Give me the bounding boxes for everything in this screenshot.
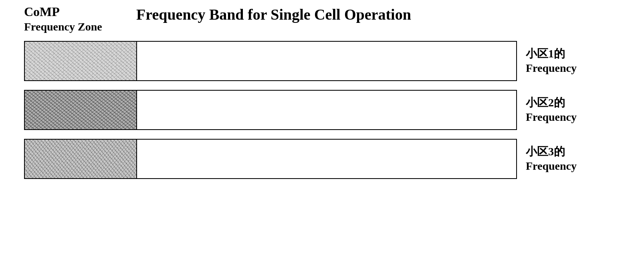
label-en-3: Frequency xyxy=(526,159,577,173)
label-cn-1: 小区1的 xyxy=(526,47,565,61)
bar-label-1: 小区1的 Frequency xyxy=(526,47,577,76)
comp-title: CoMP xyxy=(24,4,112,19)
bar-row-3: 小区3的 Frequency xyxy=(24,139,644,179)
main-title: Frequency Band for Single Cell Operation xyxy=(136,6,411,23)
bar-hatched-3 xyxy=(25,140,137,178)
label-cn-3: 小区3的 xyxy=(526,144,565,159)
bar-wrapper-1 xyxy=(24,41,517,81)
bars-area: 小区1的 Frequency 小区2的 Frequency 小区3的 Frequ… xyxy=(0,34,644,179)
bar-label-3: 小区3的 Frequency xyxy=(526,144,577,174)
right-header: Frequency Band for Single Cell Operation xyxy=(112,4,411,23)
bar-hatched-1 xyxy=(25,42,137,80)
bar-label-2: 小区2的 Frequency xyxy=(526,96,577,125)
label-en-2: Frequency xyxy=(526,110,577,124)
left-header: CoMP Frequency Zone xyxy=(24,4,112,34)
page-container: CoMP Frequency Zone Frequency Band for S… xyxy=(0,0,644,254)
bar-wrapper-2 xyxy=(24,90,517,130)
bar-row-1: 小区1的 Frequency xyxy=(24,41,644,81)
freq-zone-label: Frequency Zone xyxy=(24,20,112,34)
bar-row-2: 小区2的 Frequency xyxy=(24,90,644,130)
label-en-1: Frequency xyxy=(526,61,577,75)
bar-empty-2 xyxy=(137,91,516,129)
bar-hatched-2 xyxy=(25,91,137,129)
label-cn-2: 小区2的 xyxy=(526,96,565,110)
bar-wrapper-3 xyxy=(24,139,517,179)
bar-empty-1 xyxy=(137,42,516,80)
header-area: CoMP Frequency Zone Frequency Band for S… xyxy=(0,0,644,34)
bar-empty-3 xyxy=(137,140,516,178)
